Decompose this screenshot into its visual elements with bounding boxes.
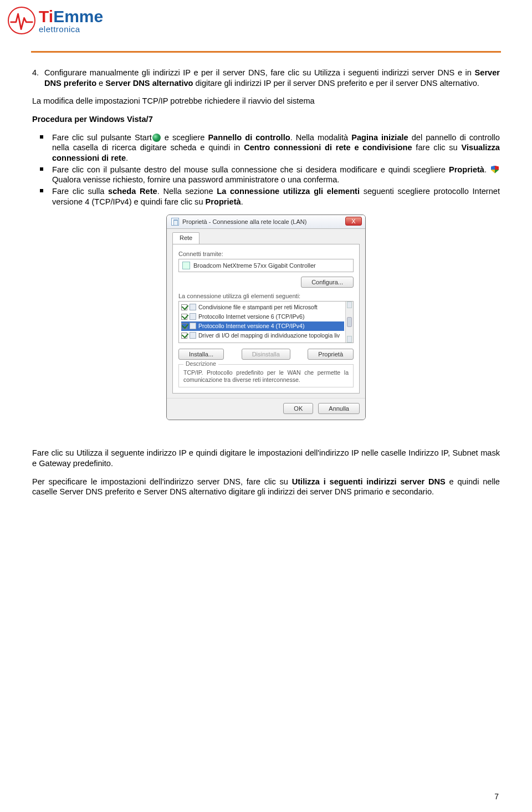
footer-paragraph-1: Fare clic su Utilizza il seguente indiri… — [32, 448, 500, 468]
proc-step-3: Fare clic sulla scheda Rete. Nella sezio… — [44, 186, 500, 207]
page-header: TiEmme elettronica — [0, 0, 532, 55]
logo-icon — [8, 7, 35, 34]
procedure-steps: Fare clic sul pulsante Start e scegliere… — [44, 132, 500, 207]
dialog-icon — [171, 218, 179, 226]
properties-dialog: Proprietà - Connessione alla rete locale… — [166, 215, 366, 420]
uninstall-button[interactable]: Disinstalla — [242, 349, 290, 360]
close-button[interactable]: X — [345, 217, 362, 226]
brand-logo: TiEmme elettronica — [8, 7, 103, 34]
configure-button[interactable]: Configura... — [301, 277, 354, 288]
restart-note: La modifica delle impostazioni TCP/IP po… — [32, 96, 500, 106]
step-number: 4. — [32, 68, 39, 78]
scroll-down-icon[interactable] — [347, 336, 352, 343]
scroll-thumb[interactable] — [347, 317, 352, 327]
uac-shield-icon — [491, 166, 499, 173]
component-icon — [190, 332, 196, 339]
description-text: TCP/IP. Protocollo predefinito per le WA… — [183, 369, 349, 384]
component-icon — [190, 313, 196, 320]
step-4: 4. Configurare manualmente gli indirizzi… — [44, 68, 500, 88]
properties-button[interactable]: Proprietà — [308, 349, 354, 360]
components-list[interactable]: Condivisione file e stampanti per reti M… — [178, 301, 354, 343]
connect-via-label: Connetti tramite: — [178, 250, 354, 258]
checkbox-icon[interactable] — [181, 314, 187, 320]
description-group: Descrizione TCP/IP. Protocollo predefini… — [178, 364, 354, 387]
footer-paragraph-2: Per specificare le impostazioni dell'ind… — [32, 477, 500, 497]
start-orb-icon — [152, 134, 161, 142]
checkbox-icon[interactable] — [181, 304, 187, 310]
component-icon — [190, 304, 196, 310]
dialog-screenshot: Proprietà - Connessione alla rete locale… — [32, 215, 500, 420]
proc-step-1: Fare clic sul pulsante Start e scegliere… — [44, 132, 500, 164]
uses-label: La connessione utilizza gli elementi seg… — [178, 292, 354, 300]
page-number: 7 — [494, 792, 499, 801]
dialog-title: Proprietà - Connessione alla rete locale… — [182, 218, 306, 226]
list-item[interactable]: Condivisione file e stampanti per reti M… — [181, 303, 344, 312]
ok-button[interactable]: OK — [283, 403, 313, 414]
step-4-list: 4. Configurare manualmente gli indirizzi… — [44, 68, 500, 88]
adapter-field: Broadcom NetXtreme 57xx Gigabit Controll… — [178, 259, 354, 272]
page-content: 4. Configurare manualmente gli indirizzi… — [0, 55, 532, 522]
install-button[interactable]: Installa... — [178, 349, 224, 360]
tab-rete[interactable]: Rete — [172, 232, 200, 243]
proc-step-2: Fare clic con il pulsante destro del mou… — [44, 165, 500, 185]
cancel-button[interactable]: Annulla — [318, 403, 360, 414]
adapter-name: Broadcom NetXtreme 57xx Gigabit Controll… — [193, 262, 316, 269]
dialog-titlebar: Proprietà - Connessione alla rete locale… — [167, 215, 365, 229]
header-divider — [31, 51, 501, 53]
scrollbar[interactable] — [345, 302, 353, 343]
checkbox-icon[interactable] — [181, 323, 187, 329]
list-item[interactable]: Driver di I/O del mapping di individuazi… — [181, 331, 344, 340]
description-label: Descrizione — [183, 360, 218, 367]
scroll-up-icon[interactable] — [347, 302, 352, 308]
list-item[interactable]: Protocollo Internet versione 6 (TCP/IPv6… — [181, 312, 344, 321]
component-icon — [190, 323, 196, 329]
adapter-icon — [182, 262, 190, 269]
checkbox-icon[interactable] — [181, 333, 187, 339]
list-item-selected[interactable]: Protocollo Internet versione 4 (TCP/IPv4… — [181, 321, 344, 331]
dialog-tabs: Rete — [167, 229, 365, 243]
dialog-footer: OK Annulla — [167, 398, 365, 420]
dialog-body: Connetti tramite: Broadcom NetXtreme 57x… — [172, 244, 360, 394]
procedure-heading: Procedura per Windows Vista/7 — [32, 114, 500, 125]
logo-text: TiEmme elettronica — [39, 8, 103, 33]
